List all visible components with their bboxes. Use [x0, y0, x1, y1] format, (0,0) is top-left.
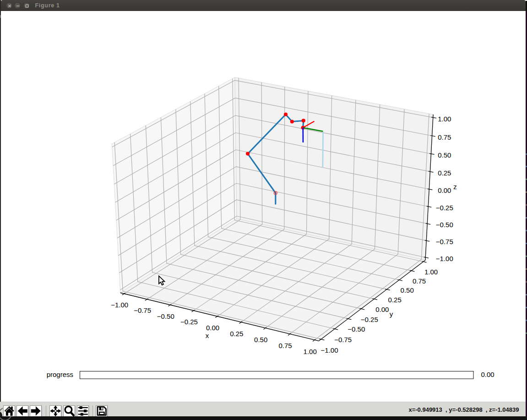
svg-text:0.00: 0.00: [206, 324, 219, 332]
svg-text:0.00: 0.00: [438, 186, 451, 194]
svg-text:−0.75: −0.75: [334, 336, 352, 344]
svg-text:−1.00: −1.00: [436, 255, 453, 262]
svg-text:0.50: 0.50: [401, 286, 414, 294]
svg-text:0.25: 0.25: [230, 330, 243, 338]
svg-text:0.75: 0.75: [279, 342, 292, 349]
svg-text:0.50: 0.50: [438, 151, 451, 159]
svg-text:0.00: 0.00: [481, 371, 494, 378]
svg-text:−0.50: −0.50: [157, 312, 174, 320]
svg-text:1.00: 1.00: [304, 348, 317, 355]
svg-text:−1.00: −1.00: [321, 346, 338, 354]
svg-text:0.00: 0.00: [375, 305, 389, 313]
svg-text:−0.25: −0.25: [436, 204, 453, 212]
svg-text:0.25: 0.25: [388, 296, 402, 304]
svg-text:−0.75: −0.75: [134, 306, 151, 314]
svg-text:x: x: [206, 332, 209, 339]
svg-text:0.75: 0.75: [413, 277, 426, 285]
svg-text:−0.25: −0.25: [361, 316, 378, 323]
svg-text:progress: progress: [47, 371, 73, 378]
svg-text:0.50: 0.50: [254, 336, 267, 344]
svg-text:−0.25: −0.25: [180, 318, 198, 326]
svg-text:0.75: 0.75: [438, 133, 451, 141]
svg-text:y: y: [390, 310, 393, 318]
svg-text:−0.75: −0.75: [436, 238, 453, 245]
svg-text:−1.00: −1.00: [111, 301, 128, 309]
svg-text:z: z: [453, 183, 457, 191]
svg-text:0.25: 0.25: [438, 169, 451, 177]
svg-text:1.00: 1.00: [438, 115, 451, 123]
svg-text:−0.50: −0.50: [436, 221, 453, 229]
svg-text:−0.50: −0.50: [348, 325, 365, 333]
svg-text:1.00: 1.00: [424, 268, 438, 276]
